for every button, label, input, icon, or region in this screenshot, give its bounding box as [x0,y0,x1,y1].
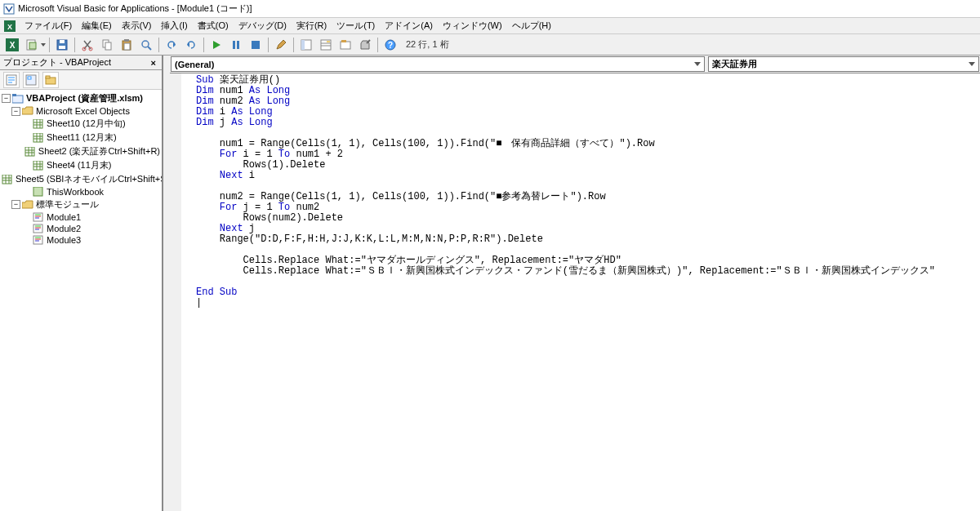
tree-folder-objects[interactable]: − Microsoft Excel Objects [2,105,160,117]
svg-rect-15 [124,39,129,42]
tree-folder-label: Microsoft Excel Objects [36,106,130,116]
pause-button[interactable] [227,36,245,54]
view-code-button[interactable] [3,72,20,88]
tree-workbook-item[interactable]: ThisWorkbook [2,186,160,198]
sheet-icon [2,175,13,184]
svg-point-17 [142,41,149,47]
window-title: Microsoft Visual Basic for Applications … [18,2,252,15]
menu-addins[interactable]: アドイン(A) [380,18,438,33]
sheet-icon [24,147,36,157]
object-dropdown[interactable]: (General) [171,56,705,72]
sheet-icon [33,133,44,143]
excel-button[interactable]: X [3,36,21,54]
collapse-icon[interactable]: − [11,107,20,116]
dropdown-arrow-icon[interactable] [41,43,46,47]
tree-folder-modules[interactable]: − 標準モジュール [2,198,160,211]
find-button[interactable] [137,36,155,54]
undo-button[interactable] [163,36,180,54]
menu-format[interactable]: 書式(O) [193,18,234,33]
svg-rect-42 [33,119,42,128]
help-button[interactable]: ? [381,36,399,54]
title-bar: Microsoft Visual Basic for Applications … [0,0,980,18]
project-tree[interactable]: − VBAProject (資産管理.xlsm) − Microsoft Exc… [0,90,162,511]
collapse-icon[interactable]: − [11,200,20,209]
svg-rect-16 [124,43,130,50]
project-panel-header: プロジェクト - VBAProject × [0,56,162,70]
cut-button[interactable] [78,36,96,54]
save-button[interactable] [53,36,71,54]
svg-rect-23 [301,40,305,50]
svg-line-18 [148,47,151,50]
stop-button[interactable] [247,36,265,54]
svg-text:?: ? [388,41,393,50]
menu-tools[interactable]: ツール(T) [332,18,380,33]
tree-item-label: Sheet5 (SBIネオモバイルCtrl+Shift+S [16,173,162,185]
folder-open-icon [22,200,33,210]
menu-window[interactable]: ウィンドウ(W) [438,18,507,33]
collapse-icon[interactable]: − [2,94,11,103]
object-browser-button[interactable] [336,36,354,54]
tree-root[interactable]: − VBAProject (資産管理.xlsm) [2,91,160,105]
svg-rect-27 [327,41,330,42]
project-panel-title: プロジェクト - VBAProject [3,56,111,69]
insert-module-button[interactable] [23,36,41,54]
code-editor[interactable]: Sub 楽天証券用() Dim num1 As Long Dim num2 As… [170,73,980,511]
tree-sheet-item[interactable]: Sheet2 (楽天証券Ctrl+Shift+R) [2,144,160,158]
menu-view[interactable]: 表示(V) [117,18,157,33]
menu-debug[interactable]: デバッグ(D) [234,18,292,33]
svg-rect-13 [105,42,111,50]
tree-sheet-item[interactable]: Sheet5 (SBIネオモバイルCtrl+Shift+S [2,172,160,186]
menu-edit[interactable]: 編集(E) [77,18,117,33]
svg-text:X: X [10,41,16,50]
svg-rect-47 [33,133,42,142]
separator [49,38,50,52]
svg-rect-28 [341,42,350,49]
menu-run[interactable]: 実行(R) [292,18,332,33]
tree-sheet-item[interactable]: Sheet11 (12月末) [2,131,160,144]
vertical-splitter[interactable] [163,56,170,511]
project-explorer-button[interactable] [297,36,315,54]
svg-rect-40 [12,96,23,103]
menu-file[interactable]: ファイル(F) [20,18,77,33]
toggle-folders-button[interactable] [42,72,59,88]
menu-bar: X ファイル(F) 編集(E) 表示(V) 挿入(I) 書式(O) デバッグ(D… [0,18,980,34]
tree-module-item[interactable]: Module2 [2,223,160,234]
tree-item-label: ThisWorkbook [47,187,104,197]
svg-rect-9 [59,46,65,49]
project-panel-toolbar [0,70,162,90]
svg-rect-39 [46,76,50,78]
separator [268,38,269,52]
design-mode-button[interactable] [272,36,290,54]
procedure-dropdown-value: 楽天証券用 [712,58,757,70]
svg-rect-57 [33,161,42,170]
properties-button[interactable] [317,36,335,54]
svg-rect-20 [237,41,239,49]
module-icon [33,235,44,245]
separator [293,38,294,52]
copy-button[interactable] [98,36,116,54]
view-object-button[interactable] [23,72,39,88]
paste-button[interactable] [118,36,136,54]
tree-item-label: Module2 [47,224,81,233]
menu-insert[interactable]: 挿入(I) [156,18,192,33]
redo-button[interactable] [182,36,200,54]
menu-help[interactable]: ヘルプ(H) [507,18,556,33]
procedure-dropdown[interactable]: 楽天証券用 [708,56,979,72]
tree-item-label: Module1 [47,212,81,222]
tree-sheet-item[interactable]: Sheet4 (11月末) [2,158,160,172]
tree-item-label: Module3 [47,235,81,245]
project-explorer-panel: プロジェクト - VBAProject × − VBAProject (資産管理… [0,56,163,511]
tree-module-item[interactable]: Module3 [2,234,160,246]
tree-item-label: Sheet10 (12月中旬) [47,118,126,130]
svg-rect-19 [233,41,235,49]
tree-item-label: Sheet2 (楽天証券Ctrl+Shift+R) [38,145,160,158]
tree-module-item[interactable]: Module1 [2,211,160,223]
object-dropdown-value: (General) [175,60,214,69]
module-icon [33,224,44,233]
run-button[interactable] [207,36,225,54]
folder-open-icon [22,106,33,116]
close-panel-button[interactable]: × [149,58,158,68]
tree-sheet-item[interactable]: Sheet10 (12月中旬) [2,117,160,131]
separator [74,38,75,52]
toolbox-button[interactable] [356,36,374,54]
